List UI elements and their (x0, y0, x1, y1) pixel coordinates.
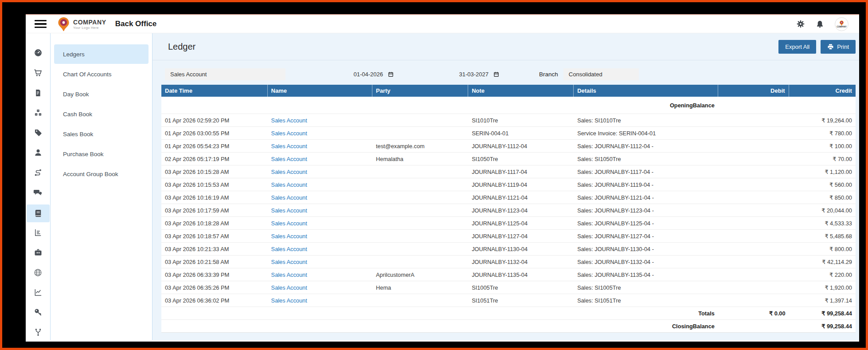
app-title: Back Office (115, 20, 157, 28)
account-link[interactable]: Sales Account (271, 181, 307, 188)
cell-credit: ₹ 4,533.33 (789, 220, 856, 227)
cell-note: SI1010Tre (468, 117, 574, 124)
page-title: Ledger (168, 42, 195, 52)
table-row: 03 Apr 2026 10:17:59 AM Sales Account JO… (161, 204, 856, 217)
account-link[interactable]: Sales Account (271, 156, 307, 162)
route-icon (34, 168, 43, 177)
cell-datetime: 03 Apr 2026 06:35:26 PM (161, 284, 268, 291)
cell-party: test@example.com (372, 143, 468, 149)
brand-name: COMPANY (73, 19, 106, 26)
sidebar-item-label: Sales Book (63, 131, 93, 138)
account-link[interactable]: Sales Account (271, 284, 307, 291)
rail-analytics[interactable] (28, 284, 48, 300)
branch-label: Branch (539, 71, 558, 78)
sidebar-item-cash-book[interactable]: Cash Book (54, 104, 149, 124)
cell-details: Sales: JOURNALBY-1127-04 - (574, 233, 718, 240)
account-link[interactable]: Sales Account (271, 220, 307, 227)
account-link[interactable]: Sales Account (271, 259, 307, 265)
cell-note: JOURNALBY-1119-04 (468, 181, 574, 188)
cell-datetime: 03 Apr 2026 10:18:57 AM (161, 233, 268, 240)
account-link[interactable]: Sales Account (271, 143, 307, 149)
account-link[interactable]: Sales Account (271, 271, 307, 278)
sidebar-item-day-book[interactable]: Day Book (54, 84, 149, 104)
totals-row: Totals ₹ 0.00 ₹ 99,258.44 (161, 307, 856, 320)
divider (152, 60, 859, 60)
cell-datetime: 03 Apr 2026 10:18:28 AM (161, 220, 268, 227)
account-link[interactable]: Sales Account (271, 194, 307, 201)
cell-name: Sales Account (268, 259, 372, 265)
hamburger-menu-icon[interactable] (35, 18, 47, 30)
column-header-details[interactable]: Details (574, 85, 718, 97)
account-filter-input[interactable]: Sales Account (165, 68, 285, 80)
rail-routes[interactable] (28, 165, 48, 181)
sidebar-item-chart-of-accounts[interactable]: Chart Of Accounts (54, 64, 149, 84)
rail-dashboard[interactable] (28, 45, 48, 61)
account-link[interactable]: Sales Account (271, 246, 307, 252)
column-header-debit[interactable]: Debit (718, 85, 789, 97)
bar-chart-icon (34, 228, 43, 237)
closing-balance-credit: ₹ 99,258.44 (789, 323, 856, 330)
cell-details: Sales: JOURNALBY-1130-04 - (574, 246, 718, 252)
rail-access[interactable] (28, 304, 48, 320)
print-button[interactable]: Print (821, 40, 856, 54)
date-to-value: 31-03-2027 (459, 71, 489, 78)
notifications-bell-icon[interactable] (816, 20, 824, 28)
column-header-name[interactable]: Name (268, 85, 372, 97)
export-all-button[interactable]: Export All (778, 40, 816, 54)
rail-inventory[interactable] (28, 105, 48, 121)
user-avatar[interactable]: COMPANY (835, 17, 848, 31)
account-link[interactable]: Sales Account (271, 130, 307, 137)
settings-gear-icon[interactable] (796, 20, 805, 28)
cell-name: Sales Account (268, 181, 372, 188)
date-from-input[interactable]: 01-04-2026 (327, 71, 394, 78)
column-header-note[interactable]: Note (468, 85, 574, 97)
cell-credit: ₹ 70.00 (789, 156, 856, 162)
sidebar-item-account-group-book[interactable]: Account Group Book (54, 164, 149, 184)
rail-business[interactable] (28, 244, 48, 260)
rail-pricing[interactable] (28, 125, 48, 141)
cell-datetime: 02 Apr 2026 05:17:19 PM (161, 156, 268, 162)
cell-datetime: 03 Apr 2026 10:15:53 AM (161, 181, 268, 188)
rail-web[interactable] (28, 264, 48, 280)
ledger-table: Date Time Name Party Note Details Debit … (161, 85, 856, 333)
globe-icon (33, 268, 43, 277)
table-row: 03 Apr 2026 06:36:02 PM Sales Account SI… (161, 294, 856, 307)
account-link[interactable]: Sales Account (271, 117, 307, 124)
cell-details: Service Invoice: SERIN-004-01 (574, 130, 718, 137)
sidebar-item-purchase-book[interactable]: Purchase Book (54, 144, 149, 164)
cell-note: SERIN-004-01 (468, 130, 574, 137)
cell-note: JOURNALBY-1117-04 (468, 169, 574, 175)
cell-note: JOURNALBY-1123-04 (468, 207, 574, 214)
column-header-credit[interactable]: Credit (789, 85, 856, 97)
calendar-icon[interactable] (493, 71, 499, 77)
rail-customers[interactable] (28, 145, 48, 161)
cell-name: Sales Account (268, 130, 372, 137)
rail-invoices[interactable] (28, 85, 48, 101)
cell-datetime: 03 Apr 2026 10:15:28 AM (161, 169, 268, 175)
account-link[interactable]: Sales Account (271, 233, 307, 240)
cell-details: Sales: SI1050Tre (574, 156, 718, 162)
rail-sales[interactable] (28, 65, 48, 81)
calendar-icon[interactable] (388, 71, 394, 77)
column-header-datetime[interactable]: Date Time (161, 85, 268, 97)
branch-filter-input[interactable]: Consolidated (563, 68, 639, 80)
filter-bar: Sales Account 01-04-2026 31-03-2027 Bran… (165, 68, 856, 80)
sidebar-item-sales-book[interactable]: Sales Book (54, 124, 149, 144)
account-link[interactable]: Sales Account (271, 169, 307, 175)
table-row: 03 Apr 2026 10:18:57 AM Sales Account JO… (161, 230, 856, 243)
rail-messages[interactable] (28, 185, 48, 201)
column-header-party[interactable]: Party (372, 85, 468, 97)
cell-details: Sales: JOURNALBY-1119-04 - (574, 181, 718, 188)
date-to-input[interactable]: 31-03-2027 (433, 71, 499, 78)
cell-note: JOURNALBY-1112-04 (468, 143, 574, 149)
table-row: 03 Apr 2026 06:33:39 PM Sales Account Ap… (161, 268, 856, 281)
account-link[interactable]: Sales Account (271, 297, 307, 304)
rail-ledger-books[interactable] (27, 204, 50, 222)
sidebar-item-ledgers[interactable]: Ledgers (54, 44, 149, 64)
rail-integrations[interactable] (28, 324, 48, 340)
cell-credit: ₹ 1,920.00 (789, 284, 856, 291)
account-link[interactable]: Sales Account (271, 207, 307, 214)
cell-note: JOURNALBY-1135-04 (468, 271, 574, 278)
cell-details: Sales: JOURNALBY-1135-04 - (574, 271, 718, 278)
rail-reports[interactable] (28, 224, 48, 240)
